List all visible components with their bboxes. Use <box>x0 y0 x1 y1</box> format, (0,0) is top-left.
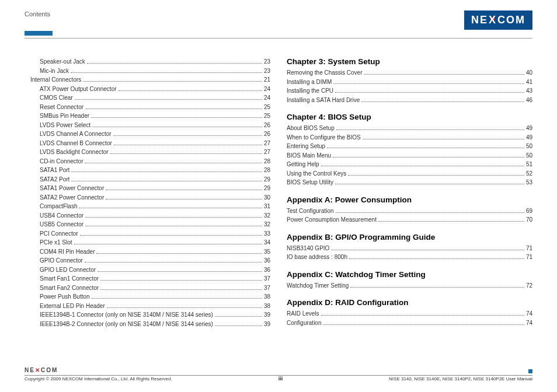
toc-entry[interactable]: LVDS Backlight Connector27 <box>25 148 270 157</box>
toc-column-right: Chapter 3: System SetupRemoving the Chas… <box>287 57 532 328</box>
toc-leader-dots <box>119 90 262 91</box>
toc-entry[interactable]: ATX Power Output Connector24 <box>25 85 270 94</box>
toc-entry-page: 30 <box>264 193 270 202</box>
toc-entry[interactable]: PCIe x1 Slot34 <box>25 238 270 247</box>
toc-entry-page: 74 <box>526 309 532 318</box>
header-tab-accent <box>25 31 53 36</box>
toc-entry[interactable]: Power Push Button38 <box>25 292 270 302</box>
toc-entry[interactable]: Installing the CPU43 <box>287 86 532 96</box>
logo-text-ne: NE <box>471 14 488 26</box>
toc-entry[interactable]: External LED Pin Header38 <box>25 302 270 311</box>
toc-entry[interactable]: Using the Control Keys52 <box>287 169 532 178</box>
toc-entry-label: SATA1 Power Connector <box>40 184 104 193</box>
toc-entry[interactable]: COM4 RI Pin Header35 <box>25 247 270 257</box>
toc-entry[interactable]: Reset Connector25 <box>25 103 270 112</box>
toc-entry-label: USB4 Connector <box>40 211 83 220</box>
toc-leader-dots <box>85 108 262 109</box>
toc-entry[interactable]: CD-in Connector28 <box>25 157 270 166</box>
toc-entry[interactable]: Test Configuration69 <box>287 206 532 216</box>
toc-entry[interactable]: When to Configure the BIOS49 <box>287 133 532 142</box>
toc-entry[interactable]: LVDS Channel A Connector26 <box>25 130 270 139</box>
toc-entry[interactable]: USB4 Connector32 <box>25 211 270 220</box>
toc-entry[interactable]: Mic-in Jack23 <box>25 66 270 76</box>
toc-entry-label: Entering Setup <box>287 142 325 151</box>
toc-entry-page: 36 <box>264 256 270 265</box>
toc-entry[interactable]: SATA2 Power Connector30 <box>25 193 270 202</box>
toc-entry[interactable]: PCI Connector33 <box>25 229 270 239</box>
copyright-text: Copyright © 2009 NEXCOM International Co… <box>25 376 172 382</box>
toc-entry-page: 37 <box>264 284 270 293</box>
toc-leader-dots <box>110 153 262 154</box>
toc-entry-page: 36 <box>264 265 270 275</box>
toc-entry[interactable]: Speaker-out Jack23 <box>25 57 270 66</box>
toc-entry-page: 32 <box>264 220 270 229</box>
toc-entry[interactable]: NISB3140 GPIO71 <box>287 244 532 253</box>
toc-entry[interactable]: GPIO LED Connector36 <box>25 265 270 275</box>
toc-entry-page: 35 <box>264 247 270 257</box>
toc-entry[interactable]: Smart Fan1 Connector37 <box>25 274 270 284</box>
toc-section-title: Chapter 3: System Setup <box>287 57 532 66</box>
toc-entry-page: 26 <box>264 130 270 139</box>
toc-entry-label: Reset Connector <box>40 103 83 112</box>
header-divider <box>25 27 532 38</box>
toc-entry[interactable]: SATA2 Port29 <box>25 175 270 184</box>
toc-entry[interactable]: Installing a DIMM41 <box>287 78 532 87</box>
toc-entry-page: 29 <box>264 184 270 193</box>
toc-entry-label: Speaker-out Jack <box>40 57 85 66</box>
footer-accent-square <box>528 369 532 373</box>
toc-entry[interactable]: Configuration74 <box>287 318 532 328</box>
toc-entry-label: Internal Connectors <box>30 75 81 85</box>
toc-entry-page: 26 <box>264 121 270 130</box>
toc-entry[interactable]: Watchdog Timer Setting72 <box>287 281 532 290</box>
toc-entry[interactable]: Smart Fan2 Connector37 <box>25 284 270 293</box>
toc-entry-page: 40 <box>526 68 532 78</box>
toc-entry-page: 24 <box>264 85 270 94</box>
toc-entry-label: USB5 Connector <box>40 220 83 229</box>
toc-leader-dots <box>92 127 262 127</box>
toc-entry-label: COM4 RI Pin Header <box>40 247 95 257</box>
toc-section-title: Appendix D: RAID Configuration <box>287 298 532 307</box>
toc-entry[interactable]: RAID Levels74 <box>287 309 532 318</box>
toc-leader-dots <box>335 92 524 93</box>
toc-entry-label: LVDS Channel B Connector <box>40 139 112 148</box>
toc-entry[interactable]: BIOS Setup Utility53 <box>287 178 532 187</box>
toc-entry[interactable]: SATA1 Port28 <box>25 166 270 175</box>
toc-leader-dots <box>71 72 262 73</box>
toc-entry-label: RAID Levels <box>287 309 319 318</box>
toc-entry[interactable]: IO base address : 800h71 <box>287 253 532 262</box>
toc-entry[interactable]: USB5 Connector32 <box>25 220 270 229</box>
toc-entry-page: 28 <box>264 166 270 175</box>
toc-entry-page: 25 <box>264 103 270 112</box>
toc-entry[interactable]: GPIO Connector36 <box>25 256 270 265</box>
toc-entry[interactable]: Installing a SATA Hard Drive46 <box>287 96 532 105</box>
main-content: Speaker-out Jack23Mic-in Jack23Internal … <box>0 41 557 328</box>
toc-leader-dots <box>85 163 262 163</box>
toc-entry-page: 49 <box>526 133 532 142</box>
toc-entry[interactable]: IEEE1394B-1 Connector (only on NISE 3140… <box>25 310 270 320</box>
toc-leader-dots <box>91 117 262 118</box>
toc-entry-label: NISB3140 GPIO <box>287 244 329 253</box>
toc-entry-page: 29 <box>264 175 270 184</box>
toc-leader-dots <box>333 83 524 84</box>
toc-entry[interactable]: CMOS Clear24 <box>25 93 270 103</box>
toc-entry-label: IO base address : 800h <box>287 253 347 262</box>
toc-entry[interactable]: Power Consumption Measurement70 <box>287 215 532 225</box>
toc-entry[interactable]: CompactFlash31 <box>25 202 270 211</box>
toc-leader-dots <box>363 139 524 139</box>
toc-entry[interactable]: Internal Connectors21 <box>25 75 270 85</box>
toc-entry[interactable]: About BIOS Setup49 <box>287 124 532 133</box>
toc-entry[interactable]: SMBus Pin Header25 <box>25 111 270 121</box>
toc-entry[interactable]: Removing the Chassis Cover40 <box>287 68 532 78</box>
toc-entry[interactable]: Getting Help51 <box>287 160 532 169</box>
toc-entry[interactable]: Entering Setup50 <box>287 142 532 151</box>
toc-entry-label: Using the Control Keys <box>287 169 346 178</box>
manual-reference: NISE 3140, NISE 3140E, NISE 3140P2, NISE… <box>389 376 532 382</box>
toc-entry-page: 50 <box>526 151 532 160</box>
toc-leader-dots <box>80 235 262 236</box>
toc-entry[interactable]: BIOS Main Menu50 <box>287 151 532 160</box>
toc-entry[interactable]: LVDS Power Select26 <box>25 121 270 130</box>
toc-entry[interactable]: LVDS Channel B Connector27 <box>25 139 270 148</box>
toc-entry-page: 38 <box>264 302 270 311</box>
toc-entry[interactable]: IEEE1394B-2 Connector (only on NISE 3140… <box>25 320 270 329</box>
toc-entry[interactable]: SATA1 Power Connector29 <box>25 184 270 193</box>
